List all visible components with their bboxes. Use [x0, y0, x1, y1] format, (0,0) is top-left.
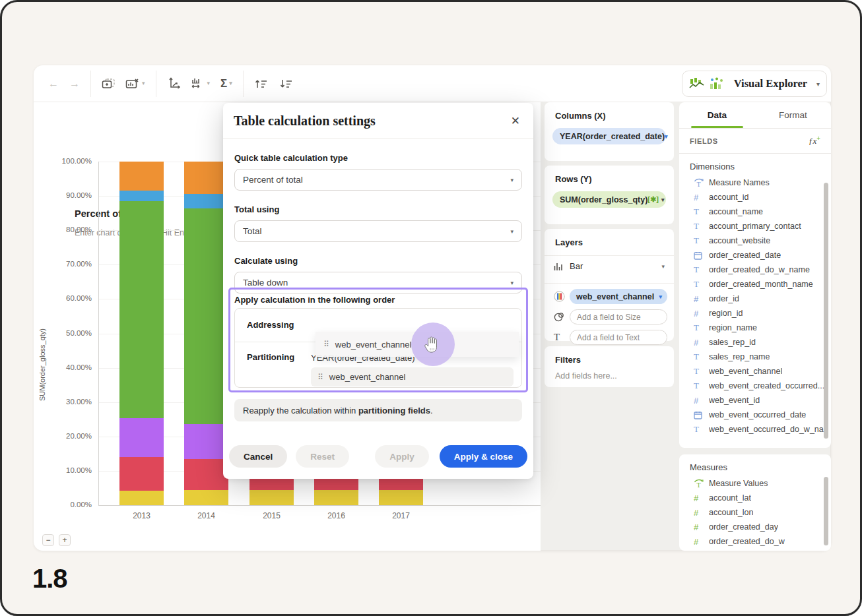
- number-field-icon: #: [694, 338, 709, 348]
- caret-down-icon[interactable]: ▾: [659, 293, 662, 300]
- bar-segment-2013-segment_6_top[interactable]: [119, 162, 164, 191]
- zoom-out-button[interactable]: −: [42, 534, 54, 546]
- measures-item-order_created_day[interactable]: #order_created_day: [679, 520, 831, 534]
- apply-close-button[interactable]: Apply & close: [440, 445, 527, 468]
- duplicate-chart-icon[interactable]: [102, 78, 115, 90]
- swap-axes-icon[interactable]: [167, 77, 180, 90]
- tab-data[interactable]: Data: [679, 102, 755, 128]
- dimensions-item-account_primary_contact[interactable]: Taccount_primary_contact: [679, 219, 831, 233]
- cancel-button[interactable]: Cancel: [229, 445, 287, 468]
- drag-handle-icon[interactable]: ⠿: [317, 373, 323, 381]
- dimensions-item-sales_rep_name[interactable]: Tsales_rep_name: [679, 350, 831, 364]
- add-calculated-field-icon[interactable]: ƒx+: [809, 135, 820, 146]
- dimensions-item-account_name[interactable]: Taccount_name: [679, 204, 831, 219]
- field-label: Measure Values: [709, 479, 768, 488]
- columns-field-pill[interactable]: YEAR(order_created_date) ▾: [552, 128, 666, 144]
- total-using-select[interactable]: Total ▾: [234, 220, 522, 242]
- sort-ascending-icon[interactable]: [254, 78, 269, 89]
- rows-field-pill[interactable]: SUM(order_gloss_qty) [✱] ▾: [552, 191, 666, 208]
- size-field-input[interactable]: Add a field to Size: [570, 309, 667, 324]
- partitioning-item-label: web_event_channel: [329, 372, 406, 382]
- dialog-title: Table calculation settings: [234, 113, 508, 129]
- bar-segment-2016-segment_1_bottom[interactable]: [314, 490, 358, 505]
- bar-segment-2013-segment_3[interactable]: [119, 418, 164, 457]
- y-tick-label: 40.00%: [47, 363, 92, 371]
- color-encoding-icon: [554, 291, 570, 302]
- dimensions-item-region_name[interactable]: Tregion_name: [679, 321, 831, 335]
- rows-field-label: SUM(order_gloss_qty): [560, 195, 647, 204]
- reset-button[interactable]: Reset: [296, 445, 349, 468]
- dimensions-item-web_event_channel[interactable]: Tweb_event_channel: [679, 364, 831, 379]
- text-field-input[interactable]: Add a field to Text: [570, 330, 667, 345]
- toolbar-divider: [156, 71, 156, 97]
- bar-segment-2014-segment_6_top[interactable]: [184, 162, 228, 194]
- dimensions-item-order_id[interactable]: #order_id: [679, 292, 831, 306]
- dimensions-item-measure-names[interactable]: TMeasure Names: [679, 175, 831, 190]
- scrollbar-thumb[interactable]: [824, 183, 828, 439]
- number-field-icon: #: [694, 493, 709, 503]
- dimensions-item-web_event_occurred_do_w_na-[interactable]: Tweb_event_occurred_do_w_na...: [679, 422, 831, 437]
- color-field-pill[interactable]: web_event_channel ▾: [570, 289, 667, 304]
- dragged-field-label: web_event_channel: [335, 340, 412, 350]
- partitioning-draggable-item[interactable]: ⠿ web_event_channel: [311, 367, 514, 386]
- dimensions-item-region_id[interactable]: #region_id: [679, 306, 831, 321]
- bar-segment-2015-segment_1_bottom[interactable]: [249, 490, 294, 505]
- dimensions-item-web_event_created_occurred-[interactable]: Tweb_event_created_occurred...: [679, 379, 831, 393]
- dimensions-item-account_id[interactable]: #account_id: [679, 190, 831, 204]
- dimensions-label: Dimensions: [679, 154, 831, 175]
- mark-type-row[interactable]: Bar ▾: [545, 256, 674, 276]
- bar-segment-2017-segment_1_bottom[interactable]: [379, 490, 423, 505]
- calculate-using-select[interactable]: Table down ▾: [234, 272, 522, 293]
- bar-segment-2014-segment_1_bottom[interactable]: [184, 490, 228, 505]
- dimensions-item-sales_rep_id[interactable]: #sales_rep_id: [679, 335, 831, 350]
- sigma-aggregate-icon[interactable]: Σ ▾: [220, 78, 232, 89]
- bar-segment-2014-segment_4[interactable]: [184, 208, 228, 423]
- bar-segment-2014-segment_3[interactable]: [184, 424, 228, 459]
- dimensions-item-order_created_do_w_name[interactable]: Torder_created_do_w_name: [679, 262, 831, 277]
- bar-segment-2014-segment_5[interactable]: [184, 194, 228, 208]
- field-label: web_event_channel: [709, 367, 782, 376]
- partitioning-label: Partitioning: [247, 352, 294, 362]
- x-tick-label: 2015: [246, 511, 298, 520]
- field-label: region_name: [709, 323, 757, 332]
- x-tick-label: 2014: [180, 511, 233, 520]
- bar-chart-icon: [554, 262, 564, 270]
- reapply-info-box: Reapply the calculation within partition…: [234, 399, 522, 421]
- number-field-icon: #: [694, 294, 709, 304]
- bar-segment-2013-segment_4[interactable]: [119, 201, 164, 418]
- bar-segment-2013-segment_5[interactable]: [119, 191, 164, 201]
- measures-item-measure-values[interactable]: TMeasure Values: [679, 476, 831, 491]
- caret-down-icon[interactable]: ▾: [661, 263, 665, 270]
- dimensions-item-order_created_date[interactable]: order_created_date: [679, 248, 831, 262]
- bar-segment-2013-segment_1_bottom[interactable]: [119, 491, 164, 505]
- tab-format[interactable]: Format: [755, 102, 831, 128]
- quick-calc-select[interactable]: Percent of total ▾: [234, 169, 522, 191]
- zoom-in-button[interactable]: +: [59, 534, 71, 546]
- sort-descending-icon[interactable]: [279, 78, 294, 89]
- scrollbar-thumb[interactable]: [824, 477, 828, 545]
- bar-size-icon[interactable]: ▾: [191, 77, 211, 90]
- quick-calc-label: Quick table calculation type: [234, 153, 522, 163]
- measures-item-account_lon[interactable]: #account_lon: [679, 505, 831, 520]
- bar-segment-2014-segment_2[interactable]: [184, 459, 228, 490]
- bar-segment-2013-segment_2[interactable]: [119, 457, 164, 491]
- forward-arrow-icon[interactable]: →: [69, 78, 80, 89]
- drag-handle-icon[interactable]: ⠿: [323, 340, 329, 348]
- caret-down-icon[interactable]: ▾: [661, 197, 665, 203]
- caret-down-icon[interactable]: ▾: [665, 133, 668, 140]
- columns-field-label: YEAR(order_created_date): [560, 132, 665, 141]
- dimensions-item-web_event_id[interactable]: #web_event_id: [679, 393, 831, 408]
- filters-drop-placeholder[interactable]: Add fields here...: [545, 365, 674, 390]
- remove-chart-icon[interactable]: ▾: [125, 78, 145, 90]
- visual-explorer-switcher[interactable]: Visual Explorer ▾: [682, 71, 827, 97]
- apply-button[interactable]: Apply: [375, 445, 429, 468]
- dimensions-item-account_website[interactable]: Taccount_website: [679, 233, 831, 248]
- dimensions-item-web_event_occurred_date[interactable]: web_event_occurred_date: [679, 408, 831, 422]
- measures-item-account_lat[interactable]: #account_lat: [679, 491, 831, 505]
- number-field-icon: #: [694, 537, 709, 547]
- close-icon[interactable]: ✕: [508, 111, 523, 131]
- measures-item-order_created_do_w[interactable]: #order_created_do_w: [679, 534, 831, 549]
- dimensions-item-order_created_month_name[interactable]: Torder_created_month_name: [679, 277, 831, 292]
- y-tick-label: 50.00%: [47, 329, 92, 337]
- back-arrow-icon[interactable]: ←: [48, 78, 59, 89]
